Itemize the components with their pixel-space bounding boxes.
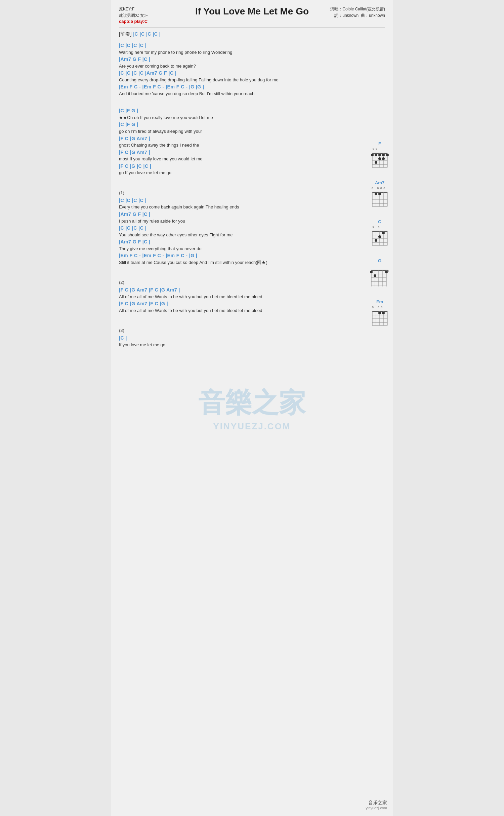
chord-grid-Am7 (371, 190, 389, 208)
verse2-lyric-1: Every time you come back again back agai… (119, 204, 385, 210)
bottom-logo-name: 音乐之家 (366, 800, 387, 806)
svg-point-54 (370, 271, 373, 273)
svg-point-29 (375, 193, 377, 195)
verse2-lyric-4: They give me everything that you never d… (119, 245, 385, 252)
verse2-chord-4: |Am7 G F |C | (119, 239, 385, 245)
svg-point-30 (378, 193, 381, 195)
header-right: 演唱：Colbie Caillat(蔻比凯蕾) 詞：unknown 曲：unkn… (319, 6, 385, 19)
verse3-chord-2: |F C |G Am7 |F C |G | (119, 301, 385, 307)
chord-diagram-C: C x · o · · · (370, 219, 390, 248)
verse1-lyric-4: And it buried me 'cause you dug so deep … (119, 90, 385, 97)
chord-grid-Em (371, 309, 389, 327)
verse4-label: (3) (119, 328, 385, 333)
lyrics-label: 詞：unknown 曲：unknown (319, 12, 385, 19)
guitar-diagrams: F x x · · · · (370, 141, 390, 328)
verse2-lyric-2: I push all of my rules aside for you (119, 218, 385, 225)
chorus-chord-5: |F C |G |C |C | (119, 163, 385, 170)
verse3-lyric-1: All of me all of me Wants to be with you… (119, 294, 385, 300)
chorus-lyric-4: most If you really love me you would let… (119, 156, 385, 162)
svg-point-13 (382, 154, 385, 156)
verse2-chord-5: |Em F C - |Em F C - |Em F C - |G | (119, 252, 385, 259)
svg-point-11 (375, 154, 377, 156)
svg-point-69 (382, 312, 385, 314)
chord-diagram-G: G · · · · · · 3 (370, 258, 390, 289)
verse2-chord-1: |C |C |C |C | (119, 197, 385, 204)
svg-point-43 (375, 239, 377, 242)
verse4-section: |C | If you love me let me go (119, 335, 385, 348)
verse3-label: (2) (119, 280, 385, 285)
verse1-chord-1: |C |C |C |C | (119, 42, 385, 49)
chorus-lyric-3: ghost Chasing away the things I need the (119, 142, 385, 149)
verse1-chord-4: |Em F C - |Em F C - |Em F C - |G |G | (119, 84, 385, 90)
chorus-section: |C |F G | ★★Oh oh If you really love me … (119, 108, 385, 176)
header: 原KEY:F 建议男调:C 女:F capo:5 play:C If You L… (119, 6, 385, 24)
chorus-chord-1: |C |F G | (119, 108, 385, 114)
verse1-lyric-3: Counting every drop-ling drop-ling falli… (119, 77, 385, 83)
chorus-chord-2: |C |F G | (119, 121, 385, 128)
chord-grid-F: 1 (371, 151, 389, 169)
svg-point-17 (375, 161, 377, 164)
svg-point-15 (378, 157, 381, 160)
verse1-chord-3: |C |C |C |C |Am7 G F |C | (119, 70, 385, 77)
intro-section: [前奏] |C |C |C |C | (119, 31, 385, 38)
svg-text:1: 1 (388, 152, 389, 155)
verse2-chord-2: |Am7 G F |C | (119, 211, 385, 218)
chorus-chord-4: |F C |G Am7 | (119, 149, 385, 156)
header-left: 原KEY:F 建议男调:C 女:F capo:5 play:C (119, 6, 185, 24)
svg-point-42 (378, 235, 381, 238)
key-label: 原KEY:F (119, 6, 185, 12)
verse4-chord-1: |C | (119, 335, 385, 342)
chord-grid-C (371, 229, 389, 247)
chord-diagram-F: F x x · · · · (370, 141, 390, 170)
page: 原KEY:F 建议男调:C 女:F capo:5 play:C If You L… (111, 0, 393, 816)
svg-point-41 (382, 232, 385, 234)
intro-chords: [前奏] |C |C |C |C | (119, 31, 385, 38)
svg-point-12 (378, 154, 381, 156)
chorus-lyric-5: go If you love me let me go (119, 169, 385, 176)
header-center: If You Love Me Let Me Go (185, 6, 319, 18)
chorus-chord-3: |F C |G Am7 | (119, 135, 385, 142)
chord-diagram-Am7: Am7 o · o o o · (370, 180, 390, 209)
verse2-lyric-3: You should see the way other eyes other … (119, 232, 385, 238)
chord-diagram-Em: Em o · o o · · (370, 299, 390, 328)
bottom-logo: 音乐之家 yinyuezj.com (366, 800, 387, 810)
watermark: 音樂之家 YINYUEZJ.COM (198, 385, 306, 431)
bottom-logo-url: yinyuezj.com (366, 806, 387, 810)
verse1-chord-2: |Am7 G F |C | (119, 56, 385, 63)
verse2-lyric-5: Still it tears at me Cause you cut so de… (119, 259, 385, 266)
svg-point-10 (371, 154, 374, 156)
song-title: If You Love Me Let Me Go (185, 6, 319, 17)
verse3-section: |F C |G Am7 |F C |G Am7 | All of me all … (119, 287, 385, 314)
verse1-lyric-2: Are you ever coming back to me again? (119, 63, 385, 70)
chorus-lyric-1: ★★Oh oh If you really love me you would … (119, 114, 385, 121)
svg-text:3: 3 (387, 269, 389, 272)
suggest-label: 建议男调:C 女:F (119, 12, 185, 19)
verse1-lyric-1: Waiting here for my phone to ring phone … (119, 49, 385, 56)
chorus-lyric-2: go oh I'm tired of always sleeping with … (119, 128, 385, 135)
svg-point-68 (378, 312, 381, 314)
verse4-lyric-1: If you love me let me go (119, 342, 385, 348)
verse1-section: |C |C |C |C | Waiting here for my phone … (119, 42, 385, 97)
verse2-label: (1) (119, 190, 385, 195)
artist-label: 演唱：Colbie Caillat(蔻比凯蕾) (319, 6, 385, 12)
chord-grid-G: 3 (370, 268, 390, 288)
svg-point-55 (374, 274, 376, 277)
verse2-chord-3: |C |C |C |C | (119, 225, 385, 232)
verse3-chord-1: |F C |G Am7 |F C |G Am7 | (119, 287, 385, 294)
svg-point-16 (382, 157, 385, 160)
verse2-section: |C |C |C |C | Every time you come back a… (119, 197, 385, 266)
verse3-lyric-2: All of me all of me Wants to be with you… (119, 307, 385, 314)
capo-label: capo:5 play:C (119, 19, 185, 24)
